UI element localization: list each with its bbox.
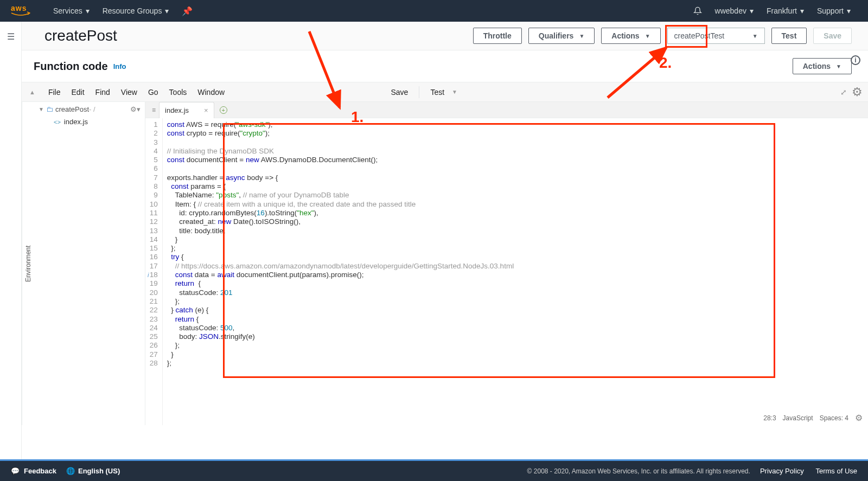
actions-button[interactable]: Actions▼ — [601, 28, 660, 44]
annotation-label-2: 2. — [659, 54, 672, 72]
notifications-icon[interactable] — [687, 7, 709, 15]
hamburger-icon[interactable]: ☰ — [7, 31, 15, 459]
tab-index-js[interactable]: index.js × — [159, 102, 214, 118]
environment-tab[interactable]: Environment — [22, 102, 34, 425]
aws-logo[interactable]: aws — [11, 4, 30, 18]
editor-test[interactable]: Test — [425, 86, 450, 99]
status-spaces: Spaces: 4 — [820, 414, 848, 422]
test-button[interactable]: Test — [771, 28, 807, 44]
fullscreen-icon[interactable]: ⤢ — [840, 88, 845, 97]
globe-icon: 🌐 — [66, 467, 75, 475]
user-menu[interactable]: wwebdev▾ — [709, 7, 760, 15]
annotation-label-1: 1. — [351, 108, 363, 126]
menu-window[interactable]: Window — [192, 86, 230, 99]
folder-icon: 🗀 — [46, 105, 53, 113]
support-menu[interactable]: Support▾ — [810, 7, 857, 15]
language-selector[interactable]: 🌐 English (US) — [66, 467, 120, 475]
region-menu[interactable]: Frankfurt▾ — [760, 7, 810, 15]
function-header: createPost Throttle Qualifiers▼ Actions▼… — [22, 22, 868, 50]
menu-tools[interactable]: Tools — [164, 86, 193, 99]
copyright: © 2008 - 2020, Amazon Web Services, Inc.… — [527, 467, 750, 475]
tab-add-icon[interactable]: + — [220, 106, 227, 114]
panel-info-link[interactable]: Info — [113, 62, 126, 70]
file-index-js[interactable]: <> index.js — [34, 117, 145, 127]
panel-title: Function code — [34, 60, 108, 73]
status-language: JavaScript — [783, 414, 813, 422]
footer: 💬 Feedback 🌐 English (US) © 2008 - 2020,… — [0, 459, 868, 481]
file-tree: ▼ 🗀 createPost - / ⚙▾ <> index.js — [34, 102, 145, 425]
editor-area: ≡ index.js × + 1234567891011121314151617… — [145, 102, 868, 425]
panel-actions-button[interactable]: Actions▼ — [793, 58, 852, 74]
tab-list-icon[interactable]: ≡ — [149, 106, 159, 114]
terms-link[interactable]: Terms of Use — [815, 467, 857, 475]
editor-save[interactable]: Save — [385, 86, 413, 99]
pin-icon[interactable]: 📌 — [175, 6, 199, 16]
save-button[interactable]: Save — [813, 28, 852, 44]
global-nav: aws Services▾ Resource Groups▾ 📌 wwebdev… — [0, 0, 868, 22]
menu-file[interactable]: File — [43, 86, 66, 99]
side-drawer: ☰ — [0, 22, 22, 459]
menu-go[interactable]: Go — [143, 86, 164, 99]
qualifiers-button[interactable]: Qualifiers▼ — [528, 28, 595, 44]
privacy-link[interactable]: Privacy Policy — [760, 467, 804, 475]
function-code-panel: Function code Info Actions▼ ▲ FileEditFi… — [22, 50, 868, 425]
info-icon[interactable]: i — [851, 55, 860, 65]
collapse-icon[interactable]: ▲ — [29, 89, 35, 95]
status-gear-icon[interactable]: ⚙ — [855, 413, 863, 423]
menu-edit[interactable]: Edit — [66, 86, 90, 99]
tab-strip: ≡ index.js × + — [145, 102, 868, 118]
menu-find[interactable]: Find — [90, 86, 116, 99]
services-menu[interactable]: Services▾ — [47, 7, 96, 15]
editor-menubar: ▲ FileEditFindViewGoToolsWindow Save Tes… — [22, 82, 868, 102]
code-viewport[interactable]: 1234567891011121314151617i 1819202122232… — [145, 118, 868, 425]
panel-header: Function code Info Actions▼ — [22, 50, 868, 82]
code-editor: ▲ FileEditFindViewGoToolsWindow Save Tes… — [22, 82, 868, 425]
resource-groups-menu[interactable]: Resource Groups▾ — [96, 7, 176, 15]
cursor-position: 28:3 — [763, 414, 776, 422]
menu-view[interactable]: View — [116, 86, 143, 99]
tree-root[interactable]: ▼ 🗀 createPost - / ⚙▾ — [34, 102, 145, 117]
throttle-button[interactable]: Throttle — [473, 28, 522, 44]
page: createPost Throttle Qualifiers▼ Actions▼… — [22, 22, 868, 459]
feedback-link[interactable]: 💬 Feedback — [11, 467, 56, 475]
function-title: createPost — [44, 27, 117, 44]
editor-status-bar: 28:3 JavaScript Spaces: 4 ⚙ — [763, 413, 863, 423]
js-file-icon: <> — [54, 119, 61, 125]
tree-gear-icon[interactable]: ⚙▾ — [130, 105, 141, 113]
test-event-select[interactable]: createPostTest▼ — [667, 28, 765, 44]
tab-close-icon[interactable]: × — [204, 106, 208, 114]
speech-bubble-icon: 💬 — [11, 467, 20, 475]
settings-gear-icon[interactable]: ⚙ — [852, 85, 863, 99]
